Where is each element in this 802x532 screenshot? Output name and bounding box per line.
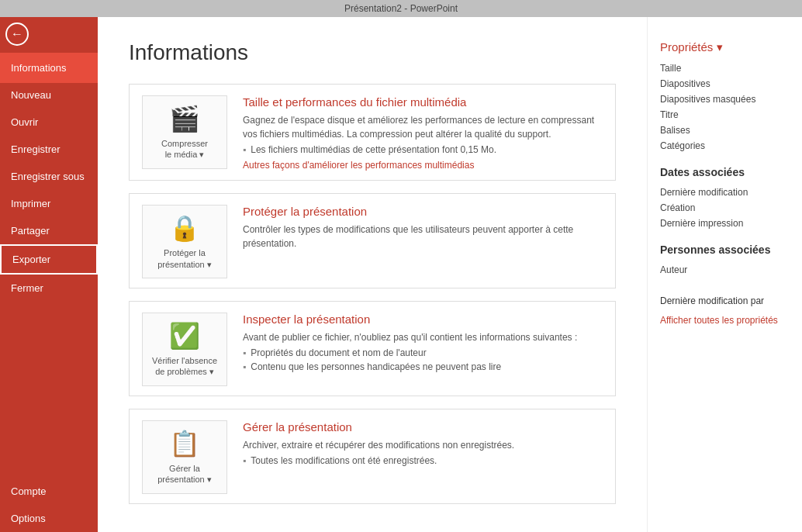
compress-icon-label: Compresserle média ▾ [161,138,208,161]
props-last-modified-label: Dernière modification par [660,293,790,309]
card-content-gerer: Gérer la présentation Archiver, extraire… [243,420,603,466]
card-icon-inspecter[interactable]: ✅ Vérifier l'absencede problèmes ▾ [142,313,227,386]
inspect-icon-label: Vérifier l'absencede problèmes ▾ [152,355,217,378]
sidebar-item-nouveau[interactable]: Nouveau [0,81,98,109]
card-bullet-inspecter-1: Propriétés du document et nom de l'auteu… [243,347,603,358]
props-item-titre[interactable]: Titre [660,107,790,123]
sidebar-bottom: Compte Options [0,478,98,532]
sidebar-item-enregistrer[interactable]: Enregistrer [0,136,98,163]
sidebar: ← Informations Nouveau Ouvrir Enregistre… [0,17,98,532]
card-desc-inspecter: Avant de publier ce fichier, n'oubliez p… [243,330,603,344]
props-item-creation[interactable]: Création [660,200,790,216]
title-bar-text: Présentation2 - PowerPoint [344,3,458,14]
card-title-proteger: Protéger la présentation [243,205,603,218]
card-icon-compresser[interactable]: 🎬 Compresserle média ▾ [142,95,227,169]
back-circle-icon: ← [5,22,29,46]
card-content-inspecter: Inspecter la présentation Avant de publi… [243,313,603,372]
sidebar-item-exporter[interactable]: Exporter [0,244,98,275]
card-bullet-inspecter-2: Contenu que les personnes handicapées ne… [243,361,603,372]
card-desc-compresser: Gagnez de l'espace disque et améliorez l… [243,113,603,141]
card-icon-gerer[interactable]: 📋 Gérer laprésentation ▾ [142,420,227,494]
props-item-auteur[interactable]: Auteur [660,262,790,278]
sidebar-item-compte[interactable]: Compte [0,478,98,505]
props-persons-title: Personnes associées [660,244,790,256]
inspect-icon: ✅ [169,321,200,351]
props-item-balises[interactable]: Balises [660,123,790,138]
sidebar-item-partager[interactable]: Partager [0,217,98,244]
sidebar-item-imprimer[interactable]: Imprimer [0,190,98,217]
compress-icon: 🎬 [169,104,200,133]
card-proteger: 🔒 Protéger laprésentation ▾ Protéger la … [129,193,616,288]
card-title-inspecter: Inspecter la présentation [243,313,603,326]
title-bar: Présentation2 - PowerPoint [0,0,802,17]
props-item-derniere-modification[interactable]: Dernière modification [660,185,790,200]
manage-icon-label: Gérer laprésentation ▾ [157,463,212,485]
props-item-diapositives-masquees[interactable]: Diapositives masquées [660,92,790,107]
props-item-taille[interactable]: Taille [660,60,790,76]
page-title: Informations [129,40,616,65]
sidebar-item-informations[interactable]: Informations [0,54,98,81]
sidebar-item-ouvrir[interactable]: Ouvrir [0,109,98,136]
card-content-proteger: Protéger la présentation Contrôler les t… [243,205,603,254]
sidebar-item-fermer[interactable]: Fermer [0,275,98,302]
props-dates-title: Dates associées [660,166,790,178]
protect-icon-label: Protéger laprésentation ▾ [157,247,212,270]
props-title: Propriétés ▾ [660,40,790,54]
card-title-compresser: Taille et performances du fichier multim… [243,95,603,109]
card-compresser: 🎬 Compresserle média ▾ Taille et perform… [129,84,616,181]
back-button[interactable]: ← [0,17,34,51]
card-bullet-gerer-1: Toutes les modifications ont été enregis… [243,455,603,466]
card-gerer: 📋 Gérer laprésentation ▾ Gérer la présen… [129,409,616,504]
card-title-gerer: Gérer la présentation [243,420,603,434]
protect-icon: 🔒 [169,213,200,243]
sidebar-nav: Informations Nouveau Ouvrir Enregistrer … [0,54,98,302]
card-desc-gerer: Archiver, extraire et récupérer des modi… [243,438,603,452]
card-desc-proteger: Contrôler les types de modifications que… [243,223,603,250]
properties-panel: Propriétés ▾ Taille Diapositives Diaposi… [647,17,802,532]
main-layout: ← Informations Nouveau Ouvrir Enregistre… [0,17,802,532]
props-item-derniere-impression[interactable]: Dernière impression [660,216,790,231]
card-bullet-compresser-1: Les fichiers multimédias de cette présen… [243,144,603,155]
sidebar-item-options[interactable]: Options [0,505,98,532]
props-item-categories[interactable]: Catégories [660,138,790,154]
card-inspecter: ✅ Vérifier l'absencede problèmes ▾ Inspe… [129,301,616,396]
card-icon-proteger[interactable]: 🔒 Protéger laprésentation ▾ [142,205,227,278]
card-content-compresser: Taille et performances du fichier multim… [243,95,603,171]
content-area: Informations 🎬 Compresserle média ▾ Tail… [98,17,647,532]
manage-icon: 📋 [169,429,200,458]
sidebar-item-enregistrer-sous[interactable]: Enregistrer sous [0,163,98,190]
props-show-all-link[interactable]: Afficher toutes les propriétés [660,315,790,326]
props-item-diapositives[interactable]: Diapositives [660,76,790,92]
card-link-compresser[interactable]: Autres façons d'améliorer les performanc… [243,160,603,171]
